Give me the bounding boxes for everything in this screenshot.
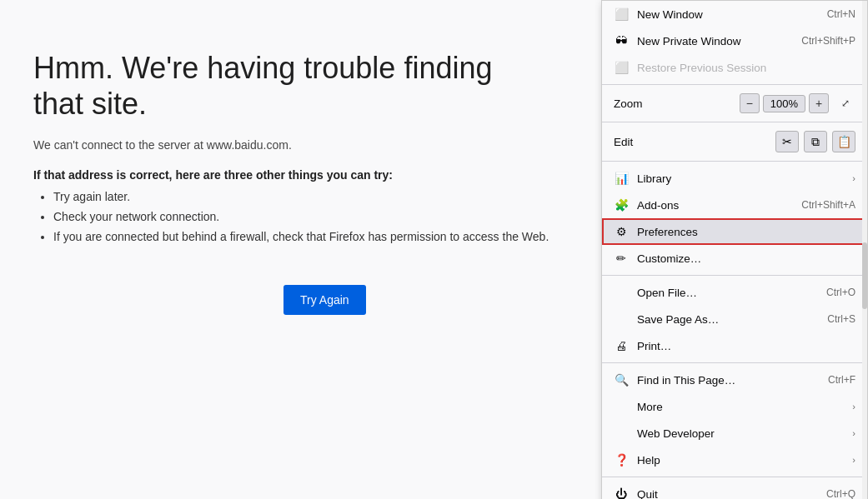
more-label: More bbox=[637, 401, 847, 413]
separator-6 bbox=[602, 477, 867, 477]
separator-3 bbox=[602, 161, 867, 162]
print-icon: 🖨 bbox=[614, 338, 629, 353]
web-developer-arrow-icon: › bbox=[852, 428, 855, 438]
separator-5 bbox=[602, 362, 867, 363]
zoom-decrease-button[interactable]: − bbox=[740, 93, 760, 113]
menu-item-web-developer[interactable]: Web Developer › bbox=[602, 420, 867, 447]
menu-item-addons[interactable]: 🧩 Add-ons Ctrl+Shift+A bbox=[602, 192, 867, 218]
web-developer-icon bbox=[614, 426, 629, 441]
paste-button[interactable]: 📋 bbox=[832, 131, 855, 152]
open-file-icon bbox=[614, 285, 629, 300]
more-arrow-icon: › bbox=[852, 402, 855, 412]
menu-item-restore-session: ⬜ Restore Previous Session bbox=[602, 54, 867, 81]
library-icon: 📊 bbox=[614, 171, 629, 186]
edit-controls: ✂ ⧉ 📋 bbox=[775, 131, 855, 152]
menu-item-library[interactable]: 📊 Library › bbox=[602, 165, 867, 192]
menu-item-customize[interactable]: ✏ Customize… bbox=[602, 245, 867, 272]
find-icon: 🔍 bbox=[614, 372, 629, 387]
addons-shortcut: Ctrl+Shift+A bbox=[801, 199, 855, 211]
edit-label: Edit bbox=[614, 136, 775, 148]
save-page-icon bbox=[614, 312, 629, 327]
try-again-button[interactable]: Try Again bbox=[283, 285, 366, 315]
menu-item-find-in-page[interactable]: 🔍 Find in This Page… Ctrl+F bbox=[602, 367, 867, 393]
web-developer-label: Web Developer bbox=[637, 427, 847, 440]
menu-scrollbar[interactable] bbox=[862, 1, 867, 499]
quit-shortcut: Ctrl+Q bbox=[826, 488, 855, 499]
zoom-increase-button[interactable]: + bbox=[809, 93, 829, 113]
find-in-page-label: Find in This Page… bbox=[637, 374, 828, 387]
new-window-icon: ⬜ bbox=[614, 7, 629, 22]
restore-session-icon: ⬜ bbox=[614, 60, 629, 75]
menu-item-new-private-window[interactable]: 🕶 New Private Window Ctrl+Shift+P bbox=[602, 27, 867, 54]
quit-label: Quit bbox=[637, 488, 826, 500]
quit-icon: ⏻ bbox=[614, 487, 629, 499]
help-label: Help bbox=[637, 454, 847, 467]
browser-menu: ⬜ New Window Ctrl+N 🕶 New Private Window… bbox=[601, 0, 868, 499]
open-file-shortcut: Ctrl+O bbox=[826, 287, 855, 298]
zoom-fullscreen-button[interactable]: ⤢ bbox=[835, 93, 855, 113]
library-label: Library bbox=[637, 172, 847, 185]
addons-icon: 🧩 bbox=[614, 197, 629, 212]
error-title: Hmm. We're having trouble finding that s… bbox=[33, 50, 534, 122]
menu-item-preferences[interactable]: ⚙ Preferences bbox=[602, 218, 867, 245]
menu-item-open-file[interactable]: Open File… Ctrl+O bbox=[602, 279, 867, 306]
customize-label: Customize… bbox=[637, 252, 855, 265]
preferences-label: Preferences bbox=[637, 226, 855, 238]
new-window-label: New Window bbox=[637, 8, 827, 21]
restore-session-label: Restore Previous Session bbox=[637, 62, 855, 74]
menu-item-print[interactable]: 🖨 Print… bbox=[602, 332, 867, 359]
separator-2 bbox=[602, 122, 867, 122]
edit-row: Edit ✂ ⧉ 📋 bbox=[602, 126, 867, 157]
zoom-controls: − 100% + ⤢ bbox=[740, 93, 855, 113]
zoom-value: 100% bbox=[763, 95, 805, 112]
find-in-page-shortcut: Ctrl+F bbox=[828, 374, 855, 386]
scrollbar-thumb[interactable] bbox=[862, 242, 867, 309]
addons-label: Add-ons bbox=[637, 199, 801, 212]
menu-item-new-window[interactable]: ⬜ New Window Ctrl+N bbox=[602, 1, 867, 27]
new-window-shortcut: Ctrl+N bbox=[827, 8, 855, 20]
save-page-shortcut: Ctrl+S bbox=[827, 313, 855, 325]
library-arrow-icon: › bbox=[852, 173, 855, 183]
open-file-label: Open File… bbox=[637, 287, 826, 299]
zoom-label: Zoom bbox=[614, 97, 740, 110]
new-private-window-shortcut: Ctrl+Shift+P bbox=[801, 35, 855, 47]
zoom-row: Zoom − 100% + ⤢ bbox=[602, 88, 867, 118]
menu-item-more[interactable]: More › bbox=[602, 393, 867, 420]
copy-button[interactable]: ⧉ bbox=[804, 131, 827, 152]
help-icon: ❓ bbox=[614, 452, 629, 467]
separator-1 bbox=[602, 84, 867, 85]
new-private-window-label: New Private Window bbox=[637, 35, 801, 47]
menu-item-quit[interactable]: ⏻ Quit Ctrl+Q bbox=[602, 481, 867, 499]
menu-item-help[interactable]: ❓ Help › bbox=[602, 447, 867, 473]
private-window-icon: 🕶 bbox=[614, 33, 629, 48]
save-page-label: Save Page As… bbox=[637, 313, 827, 326]
cut-button[interactable]: ✂ bbox=[775, 131, 799, 152]
menu-item-save-page[interactable]: Save Page As… Ctrl+S bbox=[602, 306, 867, 332]
print-label: Print… bbox=[637, 340, 855, 352]
customize-icon: ✏ bbox=[614, 251, 629, 266]
separator-4 bbox=[602, 275, 867, 276]
help-arrow-icon: › bbox=[852, 455, 855, 465]
preferences-icon: ⚙ bbox=[614, 224, 629, 239]
more-icon bbox=[614, 399, 629, 414]
